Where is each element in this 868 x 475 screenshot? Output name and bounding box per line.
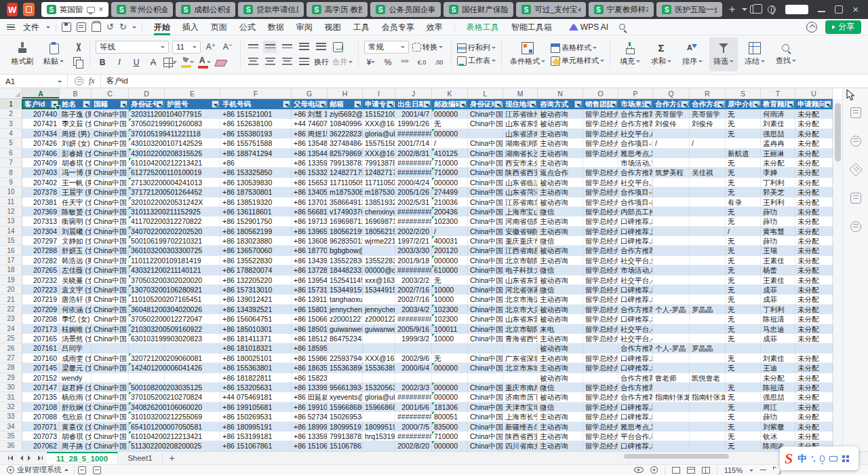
cell[interactable]: 微信 bbox=[538, 285, 583, 294]
cell[interactable]: XXX@163.c bbox=[363, 119, 395, 128]
row-number[interactable]: 1 bbox=[0, 99, 22, 109]
cell[interactable]: 500108200203035125 bbox=[129, 383, 165, 392]
cell[interactable]: +86 15731310169 bbox=[292, 285, 328, 294]
cell[interactable]: 成菲 bbox=[761, 294, 795, 304]
cell[interactable]: 陕西省西安 bbox=[503, 432, 538, 441]
cell[interactable]: 留学总经办 bbox=[583, 432, 618, 441]
column-header-J[interactable]: J bbox=[395, 88, 432, 98]
menu-item-插入[interactable]: 插入 bbox=[176, 19, 205, 35]
cell[interactable]: 无 bbox=[726, 265, 761, 275]
cell[interactable]: +86 155380193 bbox=[220, 129, 292, 138]
cell[interactable] bbox=[653, 276, 690, 285]
cell[interactable]: ######### bbox=[395, 314, 432, 324]
filter-button[interactable]: 筛选 bbox=[709, 37, 738, 71]
menu-item-表格工具[interactable]: 表格工具 bbox=[460, 19, 505, 35]
cell[interactable]: 未分配 bbox=[795, 383, 833, 392]
cell[interactable]: 207161 bbox=[22, 343, 60, 353]
cell[interactable]: 未分配 bbox=[795, 334, 833, 343]
cell[interactable]: 130703200106280921 bbox=[129, 285, 165, 294]
panel-tool-icon-4[interactable] bbox=[850, 193, 861, 204]
header-cell[interactable]: 身份证地址 bbox=[468, 99, 503, 109]
italic-button[interactable]: I bbox=[113, 56, 126, 69]
status-tool-icon-1[interactable] bbox=[78, 466, 86, 474]
cell[interactable] bbox=[653, 265, 690, 275]
cell[interactable] bbox=[690, 334, 726, 343]
cell[interactable]: 710000 bbox=[432, 432, 468, 441]
menu-item-公式[interactable]: 公式 bbox=[233, 19, 262, 35]
wrap-icon-button[interactable] bbox=[331, 41, 344, 53]
cell[interactable]: 340702200202202520 bbox=[129, 227, 165, 236]
cell[interactable]: 左佳薇 (女) bbox=[60, 265, 92, 275]
cell[interactable]: 2001/4/7 bbox=[395, 109, 432, 119]
zoom-chevron-icon[interactable] bbox=[749, 470, 753, 474]
cell[interactable]: 留学总经办 bbox=[583, 178, 618, 187]
cell[interactable]: 142401200006041426 bbox=[129, 363, 165, 373]
cell[interactable]: 内部员工推 bbox=[618, 207, 653, 216]
cell[interactable] bbox=[92, 373, 129, 383]
cell[interactable] bbox=[503, 343, 538, 353]
cell[interactable]: gloria@uks bbox=[363, 392, 395, 402]
cell[interactable]: tanghaoxu bbox=[328, 294, 363, 304]
cell[interactable]: 无 bbox=[726, 324, 761, 334]
cell[interactable]: v17490376 bbox=[328, 207, 363, 216]
cell[interactable]: 10000 bbox=[432, 285, 468, 294]
cell[interactable]: 王利利 bbox=[761, 197, 795, 207]
cell[interactable]: +86 15823918661 bbox=[292, 373, 328, 383]
cell[interactable]: 1805621991 bbox=[363, 227, 395, 236]
cell[interactable]: 320721200209060081 bbox=[129, 354, 165, 363]
cell[interactable]: 王瑞 bbox=[761, 246, 795, 255]
cell[interactable]: 口碑推荐,老 bbox=[618, 402, 653, 412]
cell[interactable]: 薛玏 bbox=[761, 412, 795, 421]
cell[interactable]: 未分配 bbox=[761, 158, 795, 168]
row-number[interactable]: 36 bbox=[0, 441, 22, 451]
cell[interactable]: 被动咨询 bbox=[538, 305, 583, 314]
cell[interactable]: +86 155363801 bbox=[220, 363, 292, 373]
cell[interactable]: 207160 bbox=[22, 354, 60, 363]
cell[interactable]: 合作项目-南 bbox=[618, 197, 653, 207]
cell[interactable]: 合作方推荐 bbox=[618, 343, 653, 353]
keyboard-icon[interactable] bbox=[829, 456, 837, 461]
cell[interactable]: 留学总经办 bbox=[583, 422, 618, 432]
cell[interactable]: 2259379401 bbox=[328, 354, 363, 363]
cell[interactable] bbox=[583, 373, 618, 383]
cell[interactable]: 271302200004241013 bbox=[129, 178, 165, 187]
cell[interactable]: 来电 bbox=[538, 324, 583, 334]
cell[interactable] bbox=[363, 246, 395, 255]
cell[interactable]: 207108 bbox=[22, 402, 60, 412]
filter-dropdown-icon[interactable] bbox=[644, 100, 652, 108]
name-box[interactable]: A1 bbox=[0, 75, 68, 88]
cell[interactable]: 舒欣娴 (女) bbox=[60, 402, 92, 412]
cell[interactable]: bgbgbow@ bbox=[328, 246, 363, 255]
cell[interactable]: 207409 bbox=[22, 158, 60, 168]
cell[interactable]: 207071 bbox=[22, 422, 60, 432]
insert-function-icon[interactable] bbox=[75, 77, 83, 86]
system-chevron-icon[interactable] bbox=[64, 467, 68, 471]
cell[interactable]: 口碑推荐,老 bbox=[618, 216, 653, 226]
cell[interactable]: +44 075469181 bbox=[220, 392, 292, 402]
cell[interactable]: 新疆维吾尔 bbox=[503, 422, 538, 432]
cell[interactable]: 207219 bbox=[22, 294, 60, 304]
cell[interactable]: +86 180562199 bbox=[220, 227, 292, 236]
cell[interactable]: 留学总经办 bbox=[583, 207, 618, 216]
cell[interactable]: 610000 bbox=[432, 265, 468, 275]
cell[interactable]: +86 185010301 bbox=[220, 324, 292, 334]
header-cell[interactable]: 市场来源 bbox=[618, 99, 653, 109]
column-header-N[interactable]: N bbox=[538, 88, 583, 98]
filter-dropdown-icon[interactable] bbox=[529, 100, 536, 108]
record-icon[interactable] bbox=[650, 466, 658, 474]
cell[interactable]: 371721200501264452 bbox=[129, 187, 165, 197]
menu-item-工具[interactable]: 工具 bbox=[347, 19, 376, 35]
sogou-logo-icon[interactable]: S bbox=[785, 451, 793, 466]
cell[interactable]: China中国 bbox=[468, 324, 503, 334]
cell[interactable]: 7991387827 bbox=[328, 158, 363, 168]
cell[interactable]: 未分配 bbox=[795, 178, 833, 187]
cell[interactable]: 274499 bbox=[432, 187, 468, 197]
docer-icon[interactable] bbox=[23, 3, 34, 16]
cell[interactable] bbox=[653, 236, 690, 246]
cell[interactable]: 湖南省浏阳 bbox=[503, 138, 538, 148]
cell[interactable]: 周煜 (男) bbox=[60, 129, 92, 138]
cell[interactable]: China中国 bbox=[468, 119, 503, 128]
cell[interactable] bbox=[653, 216, 690, 226]
cell[interactable]: +86 田延龄1395 bbox=[292, 392, 328, 402]
file-menu[interactable]: 文件 bbox=[22, 19, 41, 35]
